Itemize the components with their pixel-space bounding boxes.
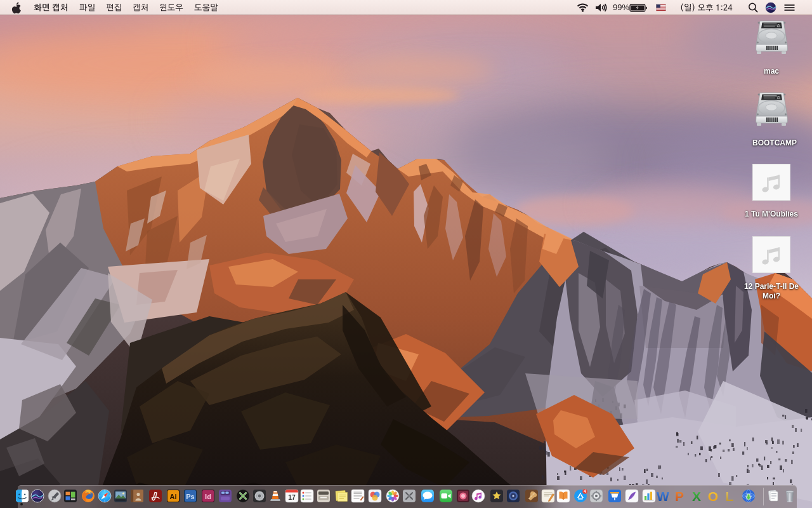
svg-text:W: W (657, 489, 669, 503)
svg-text:P: P (675, 489, 684, 503)
svg-text:Ai: Ai (170, 493, 177, 500)
svg-text:17: 17 (288, 493, 296, 501)
svg-text:Id: Id (205, 493, 211, 500)
svg-text:Ps: Ps (186, 493, 194, 500)
svg-text:O: O (708, 489, 718, 503)
svg-text:L: L (726, 489, 734, 503)
svg-text:4: 4 (584, 489, 586, 493)
svg-text:X: X (691, 489, 700, 503)
